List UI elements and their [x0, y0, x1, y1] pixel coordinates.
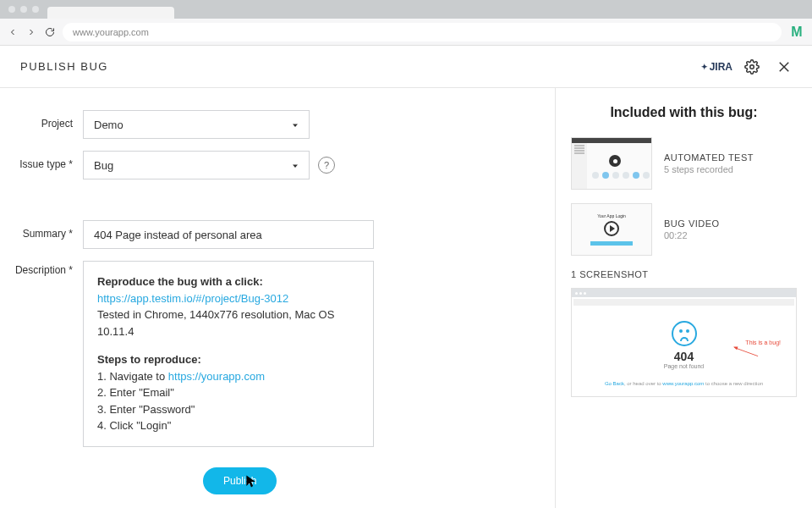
error-message: Page not found	[580, 363, 787, 369]
sad-face-icon	[672, 321, 697, 346]
automated-test-thumb	[571, 137, 652, 190]
project-value: Demo	[94, 119, 123, 131]
sidebar-title: Included with this bug:	[571, 105, 797, 120]
summary-input[interactable]: 404 Page instead of personal area	[83, 220, 374, 249]
desc-step-link[interactable]: https://yourapp.com	[168, 370, 265, 383]
attachment-automated-test[interactable]: AUTOMATED TEST 5 steps recorded	[571, 137, 797, 190]
screenshot-thumb[interactable]: 404 Page not found This is a bug! Go Bac…	[571, 288, 797, 397]
nav-reload-icon[interactable]	[44, 26, 56, 38]
chevron-down-icon	[290, 120, 300, 133]
screenshot-footer: Go Back, or head over to www.yourapp.com…	[580, 381, 787, 386]
summary-row: Summary * 404 Page instead of personal a…	[8, 220, 526, 249]
page-title: PUBLISH BUG	[20, 60, 701, 73]
issue-type-label: Issue type *	[8, 151, 83, 170]
description-row: Description * Reproduce the bug with a c…	[8, 261, 526, 447]
gear-icon[interactable]	[744, 59, 760, 75]
window-traffic-lights[interactable]	[8, 6, 39, 13]
publish-button[interactable]: Publish	[203, 467, 277, 494]
bug-callout: This is a bug!	[745, 340, 781, 345]
bug-video-thumb: Your App Login	[571, 203, 652, 256]
attach-title: BUG VIDEO	[664, 218, 720, 229]
address-bar: www.yourapp.com M	[0, 19, 812, 46]
desc-step-2: 2. Enter "Email"	[97, 384, 359, 401]
nav-back-icon[interactable]	[7, 26, 19, 38]
url-field[interactable]: www.yourapp.com	[63, 23, 782, 41]
tabs-bar	[0, 0, 812, 19]
description-input[interactable]: Reproduce the bug with a click: https://…	[83, 261, 374, 447]
svg-marker-3	[293, 124, 298, 128]
jira-logo: ✦JIRA	[701, 61, 732, 73]
desc-env: Tested in Chrome, 1440x776 resolution, M…	[97, 306, 359, 340]
help-icon[interactable]: ?	[318, 157, 335, 174]
browser-chrome: www.yourapp.com M	[0, 0, 812, 46]
project-select[interactable]: Demo	[83, 110, 310, 139]
attach-sub: 5 steps recorded	[664, 164, 754, 174]
project-row: Project Demo	[8, 110, 526, 139]
attach-title: AUTOMATED TEST	[664, 152, 754, 163]
attachment-bug-video[interactable]: Your App Login BUG VIDEO 00:22	[571, 203, 797, 256]
browser-tab[interactable]	[47, 7, 174, 19]
extension-icon[interactable]: M	[788, 25, 805, 40]
issue-type-select[interactable]: Bug	[83, 151, 310, 179]
url-text: www.yourapp.com	[73, 27, 149, 37]
issue-type-row: Issue type * Bug ?	[8, 151, 526, 179]
close-icon[interactable]	[776, 59, 792, 75]
publish-button-wrap: Publish	[203, 467, 526, 494]
desc-steps-header: Steps to reproduce:	[97, 351, 359, 368]
svg-point-0	[750, 64, 754, 69]
project-label: Project	[8, 110, 83, 130]
desc-step-1: 1. Navigate to https://yourapp.com	[97, 368, 359, 385]
error-code: 404	[580, 350, 787, 363]
description-label: Description *	[8, 261, 83, 276]
play-icon	[604, 221, 619, 236]
form-column: Project Demo Issue type * Bug ? Summary …	[0, 88, 555, 508]
sidebar: Included with this bug: AUTOMATED TEST 5…	[555, 88, 812, 508]
svg-marker-4	[293, 165, 298, 168]
summary-label: Summary *	[8, 220, 83, 240]
screenshot-header: 1 SCREENSHOT	[571, 269, 797, 279]
summary-value: 404 Page instead of personal area	[94, 229, 262, 241]
desc-intro: Reproduce the bug with a click:	[97, 273, 359, 290]
screenshot-browser-chrome	[572, 289, 796, 297]
desc-step-3: 3. Enter "Password"	[97, 401, 359, 418]
issue-type-value: Bug	[94, 159, 113, 172]
attach-sub: 00:22	[664, 230, 720, 240]
cursor-icon	[245, 474, 257, 489]
publish-header: PUBLISH BUG ✦JIRA	[0, 46, 812, 88]
nav-forward-icon[interactable]	[25, 26, 37, 38]
body: Project Demo Issue type * Bug ? Summary …	[0, 88, 812, 508]
desc-link[interactable]: https://app.testim.io/#/project/Bug-3012	[97, 292, 288, 305]
chevron-down-icon	[290, 161, 300, 174]
desc-step-4: 4. Click "Login"	[97, 417, 359, 434]
